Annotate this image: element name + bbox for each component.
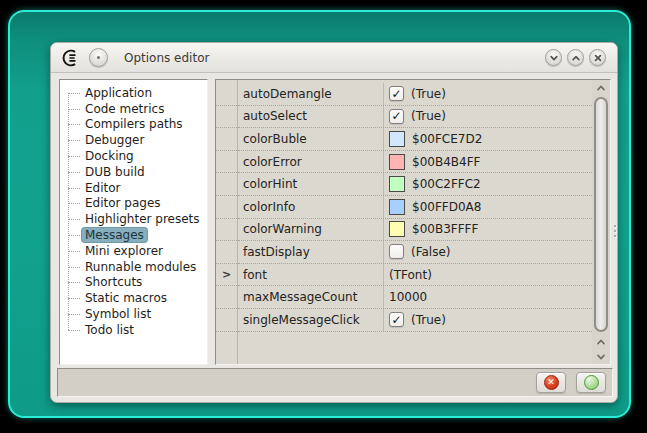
sidebar-item-label: Mini explorer xyxy=(82,244,166,258)
checkbox-checked-icon[interactable]: ✓ xyxy=(389,86,404,101)
sidebar-item-symbol-list[interactable]: Symbol list xyxy=(60,306,207,322)
property-value[interactable]: $00C2FFC2 xyxy=(412,177,481,191)
checkbox-unchecked-icon[interactable] xyxy=(389,244,404,259)
property-value-cell[interactable]: $00B3FFFF xyxy=(383,219,592,241)
property-value-cell[interactable]: $00B4B4FF xyxy=(383,151,592,173)
property-value[interactable]: $00B4B4FF xyxy=(412,155,480,169)
close-icon xyxy=(593,53,603,63)
property-row-colorError[interactable]: colorError $00B4B4FF xyxy=(238,151,592,174)
property-name[interactable]: autoSelect xyxy=(238,106,383,128)
category-tree: Application Code metrics Compilers paths… xyxy=(59,79,208,365)
statusbar: ✕✓ xyxy=(57,368,613,397)
property-value[interactable]: (True) xyxy=(411,313,446,327)
property-value-cell[interactable]: $00C2FFC2 xyxy=(383,173,592,195)
sidebar-item-messages[interactable]: Messages xyxy=(60,227,207,243)
property-value-cell[interactable]: ✓(True) xyxy=(383,106,592,128)
sidebar-item-code-metrics[interactable]: Code metrics xyxy=(60,101,207,117)
color-swatch[interactable] xyxy=(389,131,405,147)
sidebar-item-label: Editor xyxy=(82,181,124,195)
scroll-up-button[interactable] xyxy=(592,80,610,95)
selected-row-marker: > xyxy=(216,264,237,287)
property-name[interactable]: font xyxy=(238,264,383,286)
property-value-cell[interactable]: (TFont) xyxy=(383,264,592,286)
unshade-button[interactable] xyxy=(567,49,584,66)
gutter-cell xyxy=(216,151,237,174)
property-value-cell[interactable]: ✓(True) xyxy=(383,309,592,331)
property-row-autoDemangle[interactable]: autoDemangle ✓(True) xyxy=(238,83,592,106)
property-value[interactable]: 10000 xyxy=(389,290,427,304)
property-value-cell[interactable]: (False) xyxy=(383,241,592,263)
property-row-colorInfo[interactable]: colorInfo $00FFD0A8 xyxy=(238,196,592,219)
property-value[interactable]: $00B3FFFF xyxy=(412,222,478,236)
sidebar-item-application[interactable]: Application xyxy=(60,85,207,101)
sidebar-item-shortcuts[interactable]: Shortcuts xyxy=(60,275,207,291)
property-name[interactable]: autoDemangle xyxy=(238,83,383,105)
color-swatch[interactable] xyxy=(389,176,405,192)
color-swatch[interactable] xyxy=(389,221,405,237)
property-row-colorBuble[interactable]: colorBuble $00FCE7D2 xyxy=(238,128,592,151)
grid-vertical-scrollbar[interactable] xyxy=(592,80,610,364)
sidebar-item-compilers-paths[interactable]: Compilers paths xyxy=(60,117,207,133)
titlebar[interactable]: Options editor xyxy=(51,43,617,73)
color-swatch[interactable] xyxy=(389,154,405,170)
property-name[interactable]: fastDisplay xyxy=(238,241,383,263)
sidebar-item-highlighter-presets[interactable]: Highlighter presets xyxy=(60,211,207,227)
sidebar-item-label: Application xyxy=(82,86,155,100)
sidebar-item-label: Editor pages xyxy=(82,196,164,210)
property-row-colorWarning[interactable]: colorWarning $00B3FFFF xyxy=(238,219,592,242)
scroll-thumb[interactable] xyxy=(594,97,608,332)
chevron-down-icon xyxy=(596,353,606,361)
property-row-colorHint[interactable]: colorHint $00C2FFC2 xyxy=(238,173,592,196)
titlebar-buttons xyxy=(545,49,606,66)
sidebar-item-docking[interactable]: Docking xyxy=(60,148,207,164)
sidebar-item-static-macros[interactable]: Static macros xyxy=(60,290,207,306)
sidebar-item-runnable-modules[interactable]: Runnable modules xyxy=(60,259,207,275)
checkbox-checked-icon[interactable]: ✓ xyxy=(389,109,404,124)
window-edge-grip[interactable] xyxy=(614,225,616,237)
property-value-cell[interactable]: $00FFD0A8 xyxy=(383,196,592,218)
cancel-button[interactable]: ✕ xyxy=(536,372,566,393)
sidebar-item-label: Debugger xyxy=(82,133,147,147)
sidebar-item-label: Messages xyxy=(82,228,147,242)
property-name[interactable]: colorError xyxy=(238,151,383,173)
checkbox-checked-icon[interactable]: ✓ xyxy=(389,312,404,327)
property-name[interactable]: singleMessageClick xyxy=(238,309,383,331)
sidebar-item-editor[interactable]: Editor xyxy=(60,180,207,196)
scroll-track[interactable] xyxy=(592,95,610,334)
sidebar-list: Application Code metrics Compilers paths… xyxy=(60,85,207,338)
sidebar-item-editor-pages[interactable]: Editor pages xyxy=(60,196,207,212)
sidebar-item-debugger[interactable]: Debugger xyxy=(60,132,207,148)
property-value-cell[interactable]: 10000 xyxy=(383,286,592,308)
property-value[interactable]: (True) xyxy=(411,109,446,123)
window-menu-button[interactable] xyxy=(89,48,108,67)
property-name[interactable]: colorHint xyxy=(238,173,383,195)
desktop-plate: Options editor Application Code metrics … xyxy=(8,10,631,418)
property-row-singleMessageClick[interactable]: singleMessageClick ✓(True) xyxy=(238,309,592,332)
scroll-up-button-2[interactable] xyxy=(592,334,610,349)
sidebar-item-mini-explorer[interactable]: Mini explorer xyxy=(60,243,207,259)
chevron-up-icon xyxy=(571,53,581,63)
chevron-down-icon xyxy=(549,53,559,63)
property-value-cell[interactable]: $00FCE7D2 xyxy=(383,128,592,150)
shade-button[interactable] xyxy=(545,49,562,66)
property-row-fastDisplay[interactable]: fastDisplay (False) xyxy=(238,241,592,264)
property-value[interactable]: (True) xyxy=(411,87,446,101)
accept-button[interactable]: ✓ xyxy=(576,372,606,393)
property-name[interactable]: colorWarning xyxy=(238,219,383,241)
sidebar-item-dub-build[interactable]: DUB build xyxy=(60,164,207,180)
property-value-cell[interactable]: ✓(True) xyxy=(383,83,592,105)
color-swatch[interactable] xyxy=(389,199,405,215)
property-value[interactable]: (False) xyxy=(411,245,451,259)
property-name[interactable]: colorInfo xyxy=(238,196,383,218)
property-row-maxMessageCount[interactable]: maxMessageCount 10000 xyxy=(238,286,592,309)
property-value[interactable]: $00FFD0A8 xyxy=(412,200,481,214)
property-row-font[interactable]: font (TFont) xyxy=(238,264,592,287)
close-button[interactable] xyxy=(589,49,606,66)
property-name[interactable]: colorBuble xyxy=(238,128,383,150)
scroll-down-button[interactable] xyxy=(592,349,610,364)
property-name[interactable]: maxMessageCount xyxy=(238,286,383,308)
sidebar-item-todo-list[interactable]: Todo list xyxy=(60,322,207,338)
property-value[interactable]: $00FCE7D2 xyxy=(412,132,482,146)
property-row-autoSelect[interactable]: autoSelect ✓(True) xyxy=(238,106,592,129)
property-value[interactable]: (TFont) xyxy=(389,268,432,282)
